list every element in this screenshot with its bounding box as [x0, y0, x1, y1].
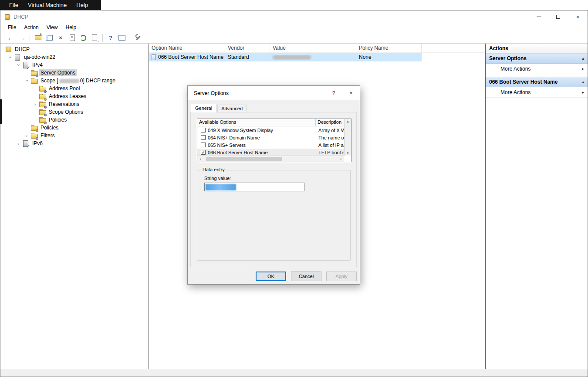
option-row-049-x-window-system-display[interactable]: 049 X Window System DisplayArray of X W	[197, 126, 344, 134]
section-header-066-boot-server-host-name[interactable]: 066 Boot Server Host Name▴	[486, 77, 588, 87]
checkbox-unchecked-icon[interactable]	[201, 135, 206, 140]
tree-item-label: Server Options	[39, 69, 77, 76]
expander-closed-icon[interactable]: ›	[15, 141, 22, 146]
section-header-server-options[interactable]: Server Options▴	[486, 53, 588, 64]
ok-button[interactable]: OK	[256, 272, 286, 281]
option-row-064-nis-domain-name[interactable]: 064 NIS+ Domain NameThe name o	[197, 134, 344, 141]
close-button[interactable]: ×	[568, 10, 588, 23]
tab-advanced[interactable]: Advanced	[217, 105, 247, 112]
checkbox-unchecked-icon[interactable]	[201, 143, 206, 147]
tree-item-policies[interactable]: Policies	[0, 124, 149, 132]
listview-rows: 066 Boot Server Host NameStandardNone	[149, 53, 485, 61]
option-row-066-boot-server-host-name[interactable]: ✓066 Boot Server Host NameTFTP boot s	[197, 149, 344, 156]
expander-open-icon[interactable]: ›	[16, 61, 21, 69]
tree-item-policies[interactable]: Policies	[0, 116, 149, 124]
actions-sections: Server Options▴More Actions▸066 Boot Ser…	[486, 53, 588, 98]
menu-view[interactable]: View	[43, 24, 62, 31]
toolbar-refresh-button[interactable]	[78, 33, 89, 43]
option-row-065-nis-servers[interactable]: 065 NIS+ ServersA list of IP a	[197, 141, 344, 149]
cancel-button[interactable]: Cancel	[291, 272, 321, 281]
export-list-icon	[91, 34, 98, 41]
tab-general[interactable]: General	[191, 104, 216, 112]
column-header-policy-name[interactable]: Policy Name	[356, 44, 422, 52]
actions-pane: Actions Server Options▴More Actions▸066 …	[486, 44, 588, 369]
toolbar-forward-button[interactable]: →	[16, 33, 27, 43]
vm-menu-virtual-machine[interactable]: Virtual Machine	[23, 0, 71, 10]
redacted-text	[59, 79, 79, 83]
tree-item-address-pool[interactable]: Address Pool	[0, 85, 149, 92]
toolbar-back-button[interactable]: ←	[5, 33, 16, 43]
dhcp-icon	[5, 46, 12, 53]
collapse-icon[interactable]: ▴	[582, 80, 584, 84]
tree-item-ipv6[interactable]: ›IPv6	[0, 139, 149, 147]
section-header-label: Server Options	[489, 55, 527, 61]
toolbar-up-one-level-button[interactable]	[32, 33, 44, 43]
toolbar-console-window-button[interactable]	[116, 33, 128, 43]
dialog-help-button[interactable]: ?	[325, 86, 342, 100]
scroll-right-icon[interactable]: ›	[338, 157, 344, 161]
folder-icon	[30, 78, 37, 84]
app-menubar: FileActionViewHelp	[0, 23, 588, 32]
maximize-button[interactable]	[548, 10, 568, 23]
dialog-titlebar: Server Options ? ×	[188, 86, 360, 100]
option-name: 065 NIS+ Servers	[208, 143, 316, 148]
vm-menu-help[interactable]: Help	[71, 0, 93, 10]
tree-item-qa-odc-win22[interactable]: ›qa-odc-win22	[0, 53, 149, 61]
expander-closed-icon[interactable]: ›	[31, 102, 39, 107]
column-header-value[interactable]: Value	[270, 44, 356, 52]
folder-pool-icon	[39, 85, 46, 92]
toolbar-properties-button[interactable]	[66, 33, 78, 43]
tree-item-scope-options[interactable]: Scope Options	[0, 108, 149, 116]
more-actions-item[interactable]: More Actions▸	[486, 87, 588, 98]
back-icon: ←	[7, 34, 14, 41]
toolbar-delete-button[interactable]: ×	[55, 33, 66, 43]
expander-open-icon[interactable]: ›	[8, 54, 13, 61]
actions-pane-title: Actions	[486, 44, 588, 53]
tree-item-reservations[interactable]: ›Reservations	[0, 100, 149, 108]
tree-item-ipv4[interactable]: ›IPv4	[0, 61, 149, 69]
options-rows: 049 X Window System DisplayArray of X W0…	[197, 126, 344, 156]
listview-row[interactable]: 066 Boot Server Host NameStandardNone	[149, 53, 422, 61]
string-value-input[interactable]	[204, 183, 304, 191]
checkbox-unchecked-icon[interactable]	[201, 128, 206, 132]
folder-options-icon	[39, 109, 46, 115]
apply-button: Apply	[326, 272, 357, 281]
menu-file[interactable]: File	[4, 24, 20, 31]
toolbar-export-list-button[interactable]	[89, 33, 100, 43]
column-header-available-options[interactable]: Available Options	[197, 119, 316, 126]
checkbox-checked-icon[interactable]: ✓	[201, 150, 206, 155]
scroll-up-icon[interactable]: ∧	[347, 120, 349, 124]
expander-closed-icon[interactable]: ›	[23, 133, 30, 138]
collapse-icon[interactable]: ▴	[582, 56, 584, 61]
expander-open-icon[interactable]: ›	[24, 77, 30, 85]
toolbar-help-button[interactable]: ?	[105, 33, 116, 43]
console-window-icon	[118, 34, 126, 41]
toolbar-configure-button[interactable]	[132, 33, 144, 43]
option-name: 064 NIS+ Domain Name	[208, 135, 316, 140]
folder-filter-icon	[30, 132, 37, 139]
vm-menu-file[interactable]: File	[4, 0, 23, 10]
menu-action[interactable]: Action	[20, 24, 42, 31]
toolbar-separator	[30, 34, 30, 42]
dialog-close-button[interactable]: ×	[342, 86, 360, 100]
scroll-down-icon[interactable]: ∨	[347, 151, 349, 155]
tree-item-dhcp[interactable]: DHCP	[0, 45, 149, 53]
column-header-description[interactable]: Description	[316, 119, 344, 126]
horizontal-scrollbar[interactable]: ‹ ›	[197, 156, 344, 162]
tree-item-server-options[interactable]: Server Options	[0, 69, 149, 77]
column-header-vendor[interactable]: Vendor	[225, 44, 270, 52]
tree-item-address-leases[interactable]: Address Leases	[0, 92, 149, 100]
minimize-button[interactable]	[529, 10, 548, 23]
screen: FileVirtual MachineHelp DHCP × FileActio…	[0, 0, 588, 377]
more-actions-item[interactable]: More Actions▸	[486, 64, 588, 74]
tree-item-filters[interactable]: ›Filters	[0, 132, 149, 139]
menu-help[interactable]: Help	[62, 24, 81, 31]
tree-item-scope[interactable]: ›Scope [0] DHCP range	[0, 77, 149, 85]
toolbar-show-console-tree-button[interactable]	[44, 33, 55, 43]
column-header-option-name[interactable]: Option Name	[149, 44, 225, 52]
scrollbar-thumb[interactable]	[206, 157, 282, 161]
more-actions-label: More Actions	[500, 89, 531, 95]
folder-res-icon	[39, 101, 46, 108]
scroll-left-icon[interactable]: ‹	[197, 157, 204, 161]
vertical-scrollbar[interactable]: ∧ ∨	[344, 119, 351, 156]
